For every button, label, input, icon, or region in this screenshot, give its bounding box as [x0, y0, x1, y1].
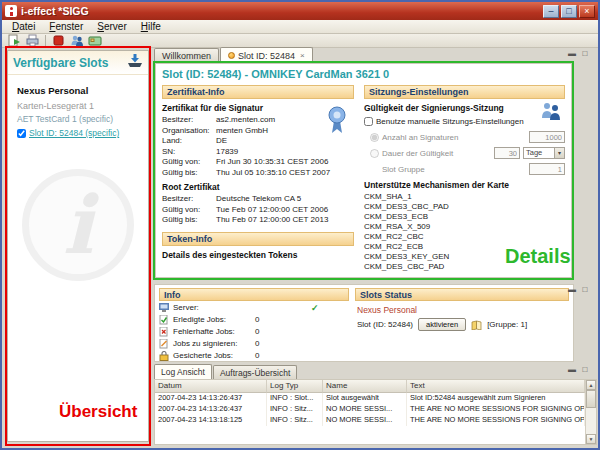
minimize-button[interactable]: –: [543, 5, 559, 18]
tab-log-ansicht[interactable]: Log Ansicht: [154, 364, 212, 379]
log-cell[interactable]: Slot ID:52484 ausgewählt zum Signieren: [407, 393, 585, 404]
tab-willkommen-label: Willkommen: [162, 51, 211, 61]
info-row-tosign: Jobs zu signieren: 0: [159, 338, 349, 349]
saved-jobs-icon: [159, 351, 169, 361]
duration-input[interactable]: [494, 147, 520, 159]
menu-server[interactable]: Server: [90, 20, 133, 33]
log-cell[interactable]: 2007-04-23 14:13:26:437: [155, 393, 267, 404]
log-scrollbar[interactable]: ▲ ▼: [585, 380, 596, 444]
info-watermark: i: [22, 169, 134, 281]
chevron-down-icon[interactable]: ▾: [554, 147, 565, 159]
sign-jobs-icon: [159, 339, 169, 349]
panel-maximize-icon[interactable]: □: [580, 285, 590, 294]
mechanism-item: CKM_RSA_X_509: [364, 222, 565, 232]
info-label: Gesicherte Jobs:: [173, 351, 251, 360]
server-ok-check-icon: ✓: [311, 303, 319, 313]
tree-item-card[interactable]: AET TestCard 1 (specific): [17, 114, 140, 124]
log-cell[interactable]: 2007-04-23 14:13:18:125: [155, 415, 267, 426]
info-label: Server:: [173, 303, 251, 312]
log-cell[interactable]: NO MORE SESSI...: [323, 415, 407, 426]
tab-slot[interactable]: Slot ID: 52484 ×: [220, 47, 313, 63]
tab-close-icon[interactable]: ×: [300, 51, 305, 60]
tree-item-provider[interactable]: Nexus Personal: [17, 85, 140, 96]
slot-link[interactable]: Slot ID: 52484 (specific): [29, 128, 119, 138]
stop-icon[interactable]: [51, 34, 66, 47]
scroll-up-icon[interactable]: ▲: [586, 380, 596, 390]
duration-unit-dropdown[interactable]: Tage ▾: [523, 147, 565, 159]
card-icon[interactable]: [87, 34, 102, 47]
duration-row: Dauer der Gültigkeit Tage ▾: [370, 147, 565, 159]
token-details-line: Details des eingesteckten Tokens: [162, 250, 354, 260]
slot-group-text: [Gruppe: 1]: [487, 320, 527, 329]
log-tab-bar: Log Ansicht Auftrags-Übersicht: [154, 364, 574, 379]
tab-orders-label: Auftrags-Übersicht: [220, 368, 290, 378]
session-settings-header: Sitzungs-Einstellungen: [364, 85, 565, 99]
info-label: Erledigte Jobs:: [173, 315, 251, 324]
available-slots-panel: Verfügbare Slots i Nexus Personal Karten…: [7, 50, 149, 442]
scroll-down-icon[interactable]: ▼: [586, 434, 596, 444]
field-label: Gültig bis:: [162, 215, 216, 226]
panel-maximize-icon[interactable]: □: [580, 365, 590, 374]
export-icon[interactable]: [7, 34, 22, 47]
log-cell[interactable]: Slot ausgewählt: [323, 393, 407, 404]
session-users-icon: [539, 101, 563, 124]
panel-minimize-icon[interactable]: ▬: [567, 365, 577, 374]
activate-button[interactable]: aktivieren: [418, 318, 466, 331]
slots-status-panel: Slots Status Nexus Personal Slot (ID: 52…: [355, 288, 569, 331]
certificate-column: Zertifikat-Info Zertifikat für die Signa…: [162, 85, 354, 272]
log-cell[interactable]: THE ARE NO MORE SESSIONS FOR SIGNING OPE…: [407, 415, 585, 426]
menu-hilfe[interactable]: Hilfe: [134, 20, 168, 33]
duration-unit-value: Tage: [523, 147, 554, 159]
field-value: Tue Feb 07 12:00:00 CET 2006: [216, 205, 328, 216]
close-button[interactable]: ×: [579, 5, 595, 18]
log-cell[interactable]: THE ARE NO MORE SESSIONS FOR SIGNING OPE…: [407, 404, 585, 415]
slot-group-row: Slot Gruppe: [370, 163, 565, 175]
log-cell[interactable]: INFO : Slot...: [267, 393, 323, 404]
tab-log-label: Log Ansicht: [161, 367, 205, 377]
log-table: Datum Log Typ Name Text 2007-04-23 14:13…: [155, 380, 585, 426]
field-label: Besitzer:: [162, 115, 216, 126]
column-header-text[interactable]: Text: [407, 380, 585, 393]
slot-checkbox[interactable]: [17, 129, 26, 138]
tree-item-slot[interactable]: Slot ID: 52484 (specific): [17, 128, 140, 138]
column-header-name[interactable]: Name: [323, 380, 407, 393]
users-icon[interactable]: [69, 34, 84, 47]
mechanisms-title: Unterstütze Mechanismen der Karte: [364, 180, 565, 190]
scrollbar-thumb[interactable]: [586, 390, 596, 408]
signature-count-row: Anzahl an Signaturen: [370, 131, 565, 143]
maximize-button[interactable]: □: [561, 5, 577, 18]
menu-fenster[interactable]: Fenster: [42, 20, 90, 33]
info-row-error: Fehlerhafte Jobs: 0: [159, 326, 349, 337]
root-cert-title: Root Zertifikat: [162, 182, 354, 192]
log-cell[interactable]: INFO : Sitz...: [267, 415, 323, 426]
field-value: DE: [216, 136, 227, 147]
log-cell[interactable]: INFO : Sitz...: [267, 404, 323, 415]
info-row-done: Erledigte Jobs: 0: [159, 314, 349, 325]
column-header-datum[interactable]: Datum: [155, 380, 267, 393]
panel-minimize-icon[interactable]: ▬: [567, 285, 577, 294]
signature-count-radio[interactable]: [370, 133, 379, 142]
signature-count-input[interactable]: [529, 131, 565, 143]
slot-group-label: Slot Gruppe: [382, 165, 425, 174]
print-icon[interactable]: [25, 34, 40, 47]
log-cell[interactable]: 2007-04-23 14:13:26:437: [155, 404, 267, 415]
validity-title: Gültigkeit der Signierungs-Sitzung: [364, 103, 565, 113]
duration-radio[interactable]: [370, 149, 379, 158]
tab-willkommen[interactable]: Willkommen: [154, 48, 219, 63]
column-header-logtyp[interactable]: Log Typ: [267, 380, 323, 393]
signature-count-label: Anzahl an Signaturen: [382, 133, 459, 142]
info-label: Fehlerhafte Jobs:: [173, 327, 251, 336]
slots-tree: Nexus Personal Karten-Lesegerät 1 AET Te…: [8, 75, 148, 138]
log-cell[interactable]: NO MORE SESSI...: [323, 404, 407, 415]
menu-datei[interactable]: Datei: [5, 20, 42, 33]
manual-settings-checkbox[interactable]: [364, 117, 373, 126]
panel-minimize-icon[interactable]: ▬: [567, 49, 577, 58]
tree-item-reader[interactable]: Karten-Lesegerät 1: [17, 101, 140, 111]
tab-auftrags-uebersicht[interactable]: Auftrags-Übersicht: [213, 365, 297, 379]
field-label: Gültig von:: [162, 157, 216, 168]
status-area: Info Server: ✓ Erledigte Jobs: 0 Fehlerh…: [154, 284, 574, 362]
error-jobs-icon: [159, 327, 169, 337]
slot-group-input[interactable]: [529, 163, 565, 175]
download-icon[interactable]: [127, 53, 143, 72]
panel-maximize-icon[interactable]: □: [580, 49, 590, 58]
